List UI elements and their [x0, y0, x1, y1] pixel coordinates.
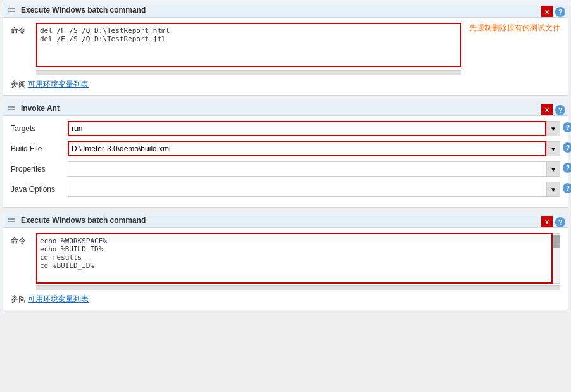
section2-close-button[interactable]: x	[541, 104, 553, 115]
section2-buildfile-row: Build File ▼ ?	[11, 141, 560, 156]
section2-targets-input-wrapper: ▼	[68, 121, 560, 136]
section2-buildfile-help[interactable]: ?	[563, 142, 571, 153]
section1-link-prefix: 参阅	[11, 80, 28, 89]
section1-body: 命令 先强制删除原有的测试文件 参阅 可用环境变量列表	[3, 18, 568, 95]
section2-javaoptions-help[interactable]: ?	[563, 183, 571, 193]
section3-link-prefix: 参阅	[11, 294, 28, 303]
section3-command-area: 命令	[11, 233, 560, 290]
section3-help-icon[interactable]: ?	[555, 217, 565, 227]
section2-buildfile-dropdown[interactable]: ▼	[546, 141, 560, 156]
section3-title: Execute Windows batch command	[21, 216, 146, 225]
section1-execute-windows-batch: Execute Windows batch command x ? 命令 先强制…	[3, 3, 568, 96]
section2-buildfile-input[interactable]	[68, 141, 546, 156]
section1-title: Execute Windows batch command	[21, 6, 146, 15]
section2-header: Invoke Ant x ?	[3, 101, 568, 116]
section2-properties-dropdown[interactable]: ▼	[546, 161, 560, 177]
page-wrapper: Execute Windows batch command x ? 命令 先强制…	[0, 0, 571, 392]
section2-properties-label: Properties	[11, 165, 68, 174]
drag-handle-2[interactable]	[8, 106, 15, 110]
section1-env-vars-link[interactable]: 可用环境变量列表	[28, 80, 89, 89]
section2-javaoptions-input-wrapper: ▼	[68, 182, 560, 197]
section2-javaoptions-input[interactable]	[68, 182, 546, 197]
section3-close-button[interactable]: x	[541, 216, 553, 227]
section2-properties-help[interactable]: ?	[563, 163, 571, 173]
section1-annotation: 先强制删除原有的测试文件	[469, 23, 560, 34]
section1-help-icon[interactable]: ?	[555, 7, 565, 17]
section3-command-label: 命令	[11, 236, 36, 246]
section1-close-button[interactable]: x	[541, 6, 553, 17]
section2-properties-input-wrapper: ▼	[68, 161, 560, 177]
section2-targets-input[interactable]	[68, 121, 546, 136]
section2-title: Invoke Ant	[21, 104, 60, 113]
section2-body: Targets ▼ ? Build File ▼ ? Properties	[3, 116, 568, 207]
section3-header: Execute Windows batch command x ?	[3, 213, 568, 228]
section1-hscroll	[36, 70, 461, 75]
section2-javaoptions-dropdown[interactable]: ▼	[546, 182, 560, 197]
section1-command-label: 命令	[11, 25, 36, 36]
section2-javaoptions-row: Java Options ▼ ?	[11, 182, 560, 197]
section2-targets-label: Targets	[11, 124, 68, 133]
section2-buildfile-label: Build File	[11, 144, 68, 153]
section1-command-input[interactable]	[36, 23, 461, 67]
section2-javaoptions-label: Java Options	[11, 185, 68, 194]
section3-command-input[interactable]	[36, 233, 553, 284]
section2-help-icon[interactable]: ?	[555, 105, 565, 115]
section2-targets-dropdown[interactable]: ▼	[546, 121, 560, 136]
section2-properties-row: Properties ▼ ?	[11, 161, 560, 177]
drag-handle-3[interactable]	[8, 218, 15, 222]
section3-link-row: 参阅 可用环境变量列表	[11, 294, 560, 305]
drag-handle-1[interactable]	[8, 8, 15, 12]
section2-targets-row: Targets ▼ ?	[11, 121, 560, 136]
section3-env-vars-link[interactable]: 可用环境变量列表	[28, 294, 89, 303]
section2-invoke-ant: Invoke Ant x ? Targets ▼ ? Build File ▼	[3, 101, 568, 208]
section1-command-area: 命令 先强制删除原有的测试文件	[11, 23, 560, 75]
section3-body: 命令 参阅 可用环境变量列表	[3, 228, 568, 310]
section1-header: Execute Windows batch command x ?	[3, 3, 568, 18]
section2-buildfile-input-wrapper: ▼	[68, 141, 560, 156]
section1-link-row: 参阅 可用环境变量列表	[11, 79, 560, 90]
section3-hscroll	[36, 285, 560, 290]
section2-targets-help[interactable]: ?	[563, 122, 571, 132]
section2-properties-input[interactable]	[68, 161, 546, 177]
section3-execute-windows-batch: Execute Windows batch command x ? 命令	[3, 213, 568, 310]
